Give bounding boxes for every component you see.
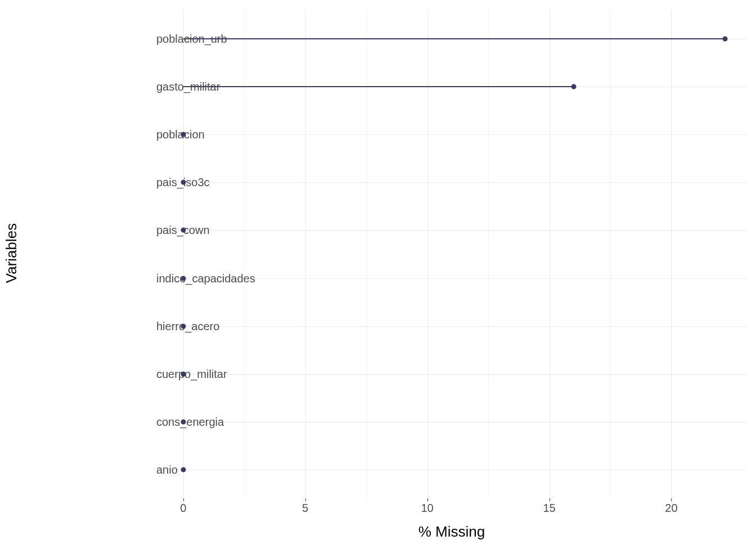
x-tick-label: 10: [421, 498, 433, 515]
lollipop-stem: [183, 86, 574, 87]
y-tick-label: anio: [156, 463, 161, 476]
plot-area: 05101520poblacion_urbgasto_militarpoblac…: [156, 10, 747, 498]
lollipop-point: [181, 228, 186, 233]
lollipop-point: [181, 276, 186, 281]
lollipop-point: [571, 84, 576, 89]
y-axis-title: Variables: [3, 223, 20, 283]
x-tick-label: 20: [665, 498, 677, 515]
lollipop-point: [722, 37, 727, 42]
lollipop-point: [181, 180, 186, 185]
lollipop-point: [181, 132, 186, 137]
y-tick-label: gasto_militar: [156, 80, 161, 93]
lollipop-stem: [183, 38, 725, 39]
y-tick-label: hierro_acero: [156, 320, 161, 332]
gridline-major: [550, 10, 550, 498]
gridline-h: [156, 374, 747, 375]
x-tick-label: 5: [302, 498, 308, 515]
lollipop-point: [181, 467, 186, 472]
x-axis-title: % Missing: [156, 523, 747, 540]
gridline-minor: [244, 10, 245, 498]
gridline-major: [671, 10, 672, 498]
gridline-h: [156, 326, 747, 327]
x-tick-label: 15: [543, 498, 555, 515]
gridline-minor: [610, 10, 611, 498]
gridline-h: [156, 134, 747, 135]
y-tick-label: poblacion: [156, 128, 161, 141]
gridline-major: [305, 10, 306, 498]
lollipop-point: [181, 419, 186, 424]
y-tick-label: indice_capacidades: [156, 272, 161, 285]
gridline-h: [156, 230, 747, 231]
y-tick-label: pais_cown: [156, 224, 161, 237]
y-tick-label: cons_energia: [156, 415, 161, 428]
missingness-lollipop-chart: Variables 05101520poblacion_urbgasto_mil…: [0, 0, 756, 540]
gridline-major: [428, 10, 428, 498]
y-tick-label: cuerpo_militar: [156, 367, 161, 380]
lollipop-point: [181, 323, 186, 328]
y-tick-label: poblacion_urb: [156, 33, 161, 46]
gridline-h: [156, 422, 747, 422]
gridline-minor: [488, 10, 489, 498]
x-tick-label: 0: [180, 498, 186, 515]
gridline-minor: [366, 10, 367, 498]
gridline-h: [156, 470, 747, 470]
gridline-h: [156, 182, 747, 183]
y-axis-title-wrap: Variables: [0, 0, 22, 506]
y-tick-label: pais_iso3c: [156, 176, 161, 189]
lollipop-point: [181, 371, 186, 376]
